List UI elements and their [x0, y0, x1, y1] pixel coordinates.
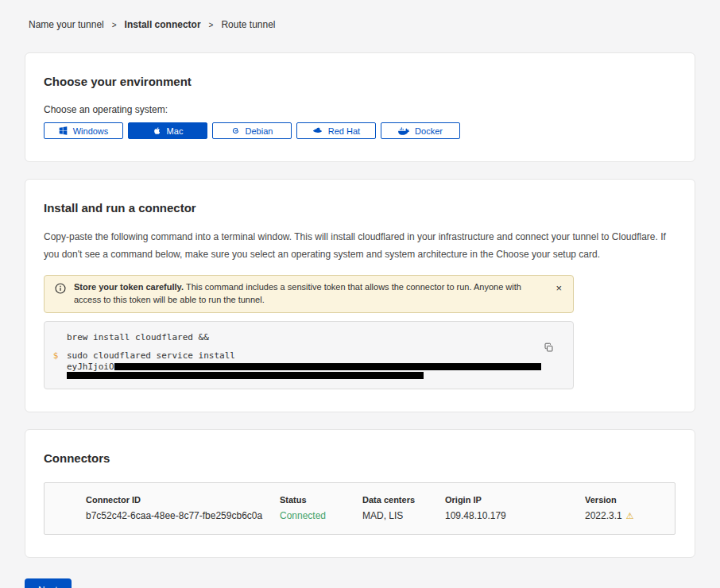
token-redaction-bar	[114, 363, 541, 370]
os-button-windows[interactable]: Windows	[44, 122, 123, 139]
copy-icon[interactable]	[542, 341, 555, 357]
docker-icon	[398, 126, 409, 135]
next-button[interactable]: Next	[25, 578, 72, 588]
token-line: eyJhIjoiO	[67, 362, 541, 371]
install-card-title: Install and run a connector	[44, 201, 675, 215]
breadcrumb: Name your tunnel > Install connector > R…	[0, 0, 720, 30]
table-row: b7c52c42-6caa-48ee-8c77-fbe259cb6c0a Con…	[45, 505, 675, 534]
os-button-label: Debian	[246, 126, 273, 136]
token-warning-text: Store your token carefully. This command…	[74, 281, 540, 307]
terminal-prompt: $	[45, 332, 67, 379]
token-prefix: eyJhIjoiO	[67, 362, 114, 372]
breadcrumb-separator: >	[209, 21, 214, 29]
status-badge: Connected	[280, 510, 362, 521]
install-description: Copy-paste the following command into a …	[44, 228, 675, 263]
token-warning-banner: Store your token carefully. This command…	[44, 275, 574, 313]
os-button-label: Windows	[73, 126, 109, 136]
version-value: 2022.3.1	[585, 510, 622, 521]
os-button-label: Mac	[167, 126, 184, 136]
environment-card: Choose your environment Choose an operat…	[25, 52, 695, 162]
connectors-table: Connector ID Status Data centers Origin …	[44, 482, 675, 535]
data-centers-value: MAD, LIS	[362, 510, 445, 521]
os-select-label: Choose an operating system:	[44, 104, 675, 115]
command-line-2: sudo cloudflared service install	[67, 350, 541, 361]
environment-card-title: Choose your environment	[44, 75, 675, 88]
command-line-1: brew install cloudflared &&	[67, 332, 541, 342]
version-cell: 2022.3.1 ⚠	[585, 510, 675, 521]
info-icon	[55, 283, 66, 298]
breadcrumb-step-install-connector[interactable]: Install connector	[125, 19, 201, 30]
install-command-text: brew install cloudflared && sudo cloudfl…	[67, 332, 541, 379]
token-redaction-bar	[67, 372, 424, 379]
debian-icon	[231, 126, 240, 135]
breadcrumb-step-route-tunnel[interactable]: Route tunnel	[221, 19, 275, 30]
breadcrumb-separator: >	[112, 21, 117, 29]
connectors-card: Connectors Connector ID Status Data cent…	[25, 429, 695, 558]
breadcrumb-step-name-tunnel[interactable]: Name your tunnel	[29, 19, 104, 30]
token-warning-title: Store your token carefully.	[74, 282, 186, 292]
os-button-docker[interactable]: Docker	[381, 122, 460, 139]
column-header-data-centers: Data centers	[362, 495, 445, 505]
connectors-table-header: Connector ID Status Data centers Origin …	[45, 483, 675, 505]
os-button-redhat[interactable]: Red Hat	[296, 122, 376, 139]
column-header-status: Status	[280, 495, 362, 505]
windows-icon	[59, 126, 68, 135]
redhat-icon	[312, 126, 323, 135]
apple-icon	[153, 126, 161, 136]
column-header-version: Version	[585, 495, 675, 505]
os-button-row: Windows Mac Debian Red Hat Docker	[44, 122, 675, 139]
column-header-origin-ip: Origin IP	[445, 495, 585, 505]
install-card: Install and run a connector Copy-paste t…	[25, 179, 695, 412]
warning-triangle-icon: ⚠	[626, 511, 634, 521]
column-header-connector-id: Connector ID	[86, 495, 280, 505]
connector-id-value: b7c52c42-6caa-48ee-8c77-fbe259cb6c0a	[86, 510, 280, 521]
close-icon[interactable]: ×	[552, 281, 565, 295]
os-button-mac[interactable]: Mac	[128, 122, 207, 139]
origin-ip-value: 109.48.10.179	[445, 510, 585, 521]
connectors-card-title: Connectors	[44, 451, 675, 465]
install-command-code-block: $ brew install cloudflared && sudo cloud…	[44, 321, 574, 389]
os-button-label: Docker	[415, 126, 443, 136]
os-button-label: Red Hat	[328, 126, 360, 136]
os-button-debian[interactable]: Debian	[212, 122, 292, 139]
